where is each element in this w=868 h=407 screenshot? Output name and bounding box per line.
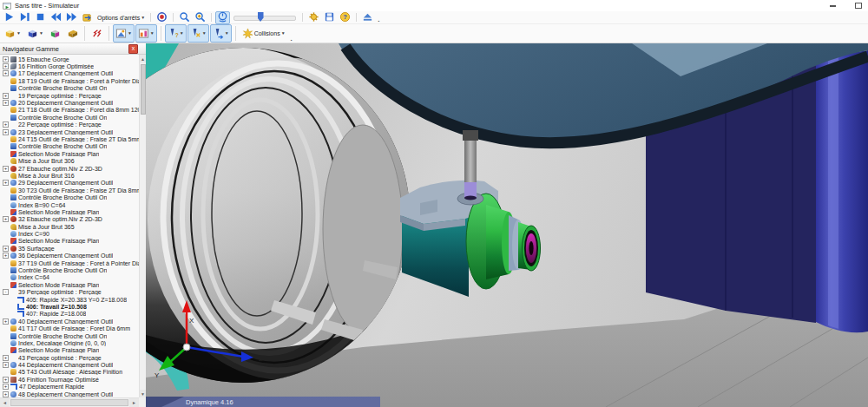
- chevron-down-icon[interactable]: ▼: [225, 31, 229, 36]
- vertical-scroll-thumb[interactable]: [141, 64, 146, 115]
- tree-item[interactable]: 30 T23 Outil de Fraisage : Fraise 2T Dia…: [0, 187, 139, 194]
- expand-icon[interactable]: +: [3, 391, 9, 397]
- tree-item[interactable]: Selection Mode Fraisage Plan: [0, 150, 139, 157]
- tree-item[interactable]: 45 T43 Outil Alésage : Alésage Finition: [0, 369, 139, 376]
- rewind-button[interactable]: [49, 11, 63, 24]
- tree-item[interactable]: Index C=90: [0, 230, 139, 237]
- expand-icon[interactable]: +: [3, 180, 9, 186]
- chevron-down-icon[interactable]: ▼: [150, 31, 155, 36]
- tool-info-button[interactable]: ?▼: [165, 24, 187, 43]
- tree-item[interactable]: Contrôle Broche Broche Outil On: [0, 143, 139, 150]
- expand-icon[interactable]: +: [3, 318, 9, 325]
- measure-graph-button[interactable]: ▼: [135, 24, 157, 43]
- show-target-button[interactable]: ▼: [24, 24, 46, 43]
- tree-item[interactable]: +22 Perçage optimisé : Perçage: [0, 121, 139, 128]
- save-button[interactable]: [322, 11, 337, 24]
- tree-item[interactable]: +32 Ebauche optim.Niv Z 2D-3D: [0, 216, 139, 223]
- tree-item[interactable]: +47 Déplacement Rapide: [0, 384, 139, 391]
- expand-icon[interactable]: +: [3, 93, 9, 99]
- tree-item[interactable]: -39 Perçage optimisé : Perçage: [0, 289, 139, 296]
- minimize-button[interactable]: [825, 2, 839, 10]
- tree-item[interactable]: Selection Mode Fraisage Plan: [0, 347, 139, 354]
- tree-item[interactable]: +16 Finition Gorge Optimisée: [0, 62, 139, 69]
- options-button[interactable]: [306, 11, 321, 24]
- fast-forward-button[interactable]: [64, 11, 79, 24]
- chevron-down-icon[interactable]: ▼: [16, 31, 21, 36]
- tree-item[interactable]: 41 T17 Outil de Fraisage : Foret Dia 6mm: [0, 325, 139, 332]
- expand-icon[interactable]: +: [3, 70, 9, 76]
- tree-item[interactable]: Index B=90 C=64: [0, 201, 139, 208]
- expand-icon[interactable]: +: [3, 253, 9, 259]
- tree-item[interactable]: Index, Décalage Origine (0, 0, 0): [0, 339, 139, 346]
- eject-button[interactable]: [360, 11, 375, 24]
- operation-tree[interactable]: +15 Ebauche Gorge+16 Finition Gorge Opti…: [0, 55, 139, 397]
- expand-icon[interactable]: +: [3, 355, 9, 361]
- expand-icon[interactable]: +: [3, 216, 9, 222]
- chevron-down-icon[interactable]: ▼: [281, 31, 286, 36]
- tool-trace-button[interactable]: ▼: [187, 24, 209, 43]
- scroll-up-icon[interactable]: ▲: [140, 55, 146, 62]
- expand-icon[interactable]: +: [3, 63, 9, 69]
- tree-item[interactable]: 37 T19 Outil de Fraisage : Foret à Point…: [0, 259, 139, 266]
- tree-item[interactable]: +35 Surfaçage: [0, 245, 139, 252]
- tree-item[interactable]: Mise à Jour Brut 365: [0, 223, 139, 230]
- scroll-right-icon[interactable]: ►: [129, 398, 139, 407]
- help-button[interactable]: ?: [338, 11, 352, 24]
- expand-icon[interactable]: +: [3, 384, 9, 390]
- tree-item[interactable]: 406: Travail Z=10.508: [0, 303, 139, 310]
- tree-item[interactable]: +40 Déplacement Changement Outil: [0, 318, 139, 325]
- tree-item[interactable]: Contrôle Broche Broche Outil On: [0, 85, 139, 92]
- close-panel-button[interactable]: x: [128, 44, 138, 54]
- expand-icon[interactable]: +: [3, 121, 9, 128]
- show-stock-button[interactable]: ▼: [2, 24, 23, 43]
- tool-follow-button[interactable]: ▼: [210, 24, 232, 43]
- chevron-down-icon[interactable]: ▼: [180, 31, 184, 36]
- chevron-down-icon[interactable]: ▼: [128, 31, 132, 36]
- reset-simulation-button[interactable]: [80, 11, 95, 24]
- chevron-down-icon[interactable]: ▼: [141, 16, 145, 20]
- expand-icon[interactable]: +: [3, 246, 9, 252]
- toolbar-overflow-grip[interactable]: .: [378, 17, 379, 23]
- tree-item[interactable]: Selection Mode Fraisage Plan: [0, 281, 139, 288]
- expand-icon[interactable]: +: [3, 362, 9, 368]
- vertical-scrollbar[interactable]: ▲ ▼: [139, 55, 146, 397]
- tree-item[interactable]: Contrôle Broche Broche Outil On: [0, 266, 139, 273]
- collisions-button[interactable]: Collisions▼: [240, 24, 288, 43]
- maximize-button[interactable]: [852, 2, 865, 10]
- slider-track[interactable]: [233, 16, 296, 21]
- show-machine-button[interactable]: [64, 24, 81, 43]
- tree-item[interactable]: Mise à Jour Brut 316: [0, 172, 139, 179]
- remove-chips-button[interactable]: [89, 24, 105, 43]
- tree-item[interactable]: Contrôle Broche Broche Outil On: [0, 194, 139, 200]
- tree-item[interactable]: 407: Rapide Z=18.008: [0, 311, 139, 318]
- stop-options-button[interactable]: Options d'arrêts▼: [95, 11, 147, 24]
- analysis-graph-button[interactable]: ▼: [113, 24, 135, 43]
- tree-item[interactable]: 21 T18 Outil de Fraisage : Foret dia 8mm…: [0, 107, 139, 114]
- horizontal-scrollbar[interactable]: ◄ ►: [0, 397, 139, 407]
- compare-stock-button[interactable]: [47, 24, 63, 43]
- expand-icon[interactable]: +: [3, 100, 9, 106]
- toolbar-overflow-grip[interactable]: .: [291, 36, 293, 42]
- tree-item[interactable]: +20 Déplacement Changement Outil: [0, 99, 139, 106]
- tree-item[interactable]: +44 Déplacement Changement Outil: [0, 361, 139, 368]
- tree-item[interactable]: Contrôle Broche Broche Outil On: [0, 332, 139, 339]
- tree-item[interactable]: Mise à Jour Brut 306: [0, 157, 139, 164]
- play-button[interactable]: [2, 11, 16, 24]
- tree-item[interactable]: Index C=64: [0, 274, 139, 281]
- tree-item[interactable]: Contrôle Broche Broche Outil On: [0, 114, 139, 121]
- tree-item[interactable]: +17 Déplacement Changement Outil: [0, 70, 139, 77]
- expand-icon[interactable]: +: [3, 166, 9, 172]
- tree-item[interactable]: 18 T19 Outil de Fraisage : Foret à Point…: [0, 77, 139, 84]
- tree-item[interactable]: +36 Déplacement Changement Outil: [0, 253, 139, 259]
- tree-item[interactable]: +46 Finition Tournage Optimisé: [0, 376, 139, 383]
- play-to-next-stop-button[interactable]: [17, 11, 32, 24]
- horizontal-scroll-thumb[interactable]: [10, 399, 128, 406]
- tree-item[interactable]: +19 Perçage optimisé : Perçage: [0, 92, 139, 99]
- tree-item[interactable]: 405: Rapide X=20.383 Y=0 Z=18.008: [0, 296, 139, 303]
- tree-item[interactable]: +29 Déplacement Changement Outil: [0, 180, 139, 187]
- tree-item[interactable]: +23 Déplacement Changement Outil: [0, 128, 139, 135]
- speed-control-button[interactable]: [215, 11, 230, 24]
- expand-icon[interactable]: +: [3, 129, 9, 135]
- stop-button[interactable]: [33, 11, 48, 24]
- scroll-left-icon[interactable]: ◄: [0, 398, 10, 407]
